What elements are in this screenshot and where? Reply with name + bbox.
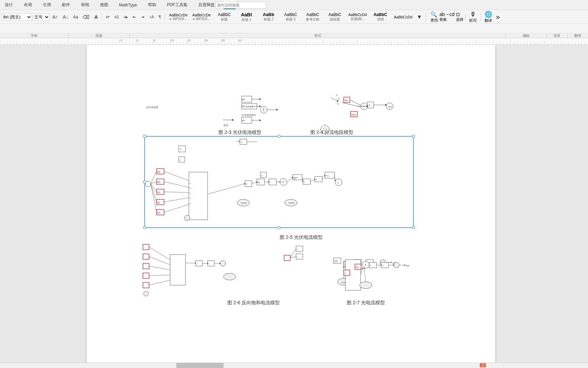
- svg-point-306: [220, 261, 226, 266]
- menu-view[interactable]: 视图: [98, 1, 110, 9]
- page: 反向电池源 ph PV current 分流电路模块 sh 电流: [87, 45, 495, 368]
- svg-rect-296: [143, 263, 149, 269]
- section-labels-row: 字体 段落 样式 编辑 语音 翻译: [0, 33, 588, 38]
- svg-text:×: ×: [246, 183, 248, 186]
- svg-text:|41: |41: [239, 39, 242, 42]
- svg-text:+: +: [370, 264, 372, 267]
- scroll-thumb[interactable]: [176, 363, 223, 368]
- para-mark-btn[interactable]: ¶: [157, 14, 163, 20]
- svg-text:|-5: |-5: [119, 39, 122, 42]
- style-reference[interactable]: AaBbC 参考文献: [302, 11, 324, 24]
- style-firstline[interactable]: AaBbCcDd 首通(网...: [346, 11, 369, 24]
- more-btn[interactable]: »: [495, 13, 501, 21]
- bottom-scrollbar[interactable]: 2: [0, 363, 588, 368]
- style-wps[interactable]: AaBbCcDe ▸ WPSOf...: [190, 11, 213, 24]
- svg-text:○: ○: [186, 217, 187, 220]
- svg-text:e/f: e/f: [257, 181, 260, 184]
- menu-design[interactable]: 设计: [3, 1, 15, 9]
- svg-text:1: 1: [337, 181, 339, 184]
- menu-pdf[interactable]: PDF工具集: [165, 1, 190, 9]
- svg-text:Rs: Rs: [157, 181, 160, 184]
- style-heading[interactable]: AaBbC 标题: [213, 11, 235, 24]
- svg-point-217: [143, 135, 146, 138]
- menu-reference[interactable]: 引用: [41, 1, 53, 9]
- svg-line-277: [164, 182, 189, 187]
- select-btn[interactable]: ⊡ 选择: [456, 12, 463, 22]
- font-name-selector[interactable]: ibri (西文): [1, 13, 32, 21]
- styles-expand-btn[interactable]: ▼: [415, 13, 424, 21]
- menu-review[interactable]: 审阅: [79, 1, 91, 9]
- svg-text:2: 2: [338, 97, 340, 100]
- svg-text:Rs: Rs: [157, 211, 160, 214]
- separator4: [465, 13, 466, 21]
- svg-text:const: const: [241, 202, 247, 204]
- svg-text:+: +: [369, 103, 371, 107]
- svg-text:×: ×: [282, 180, 284, 184]
- font-grow-btn[interactable]: A↑: [50, 13, 60, 21]
- sort-btn[interactable]: ↕A: [147, 14, 156, 20]
- svg-text:Ish: Ish: [388, 105, 392, 108]
- style-subtitle[interactable]: AaBbC 副标题: [324, 11, 346, 24]
- style-heading3[interactable]: AaBbC 标题 3: [280, 11, 302, 24]
- svg-text:Rs: Rs: [157, 201, 160, 204]
- section-voice: 语音: [547, 33, 567, 38]
- doc-area: 反向电池源 ph PV current 分流电路模块 sh 电流: [0, 45, 588, 368]
- diagram-svg: 反向电池源 ph PV current 分流电路模块 sh 电流: [87, 45, 495, 368]
- menu-baidu[interactable]: 百度网盘: [196, 1, 217, 9]
- indent-inc-btn[interactable]: ⇥: [139, 14, 146, 20]
- find-btn[interactable]: 🔍 查找: [430, 11, 438, 23]
- font-shrink-btn[interactable]: A↓: [61, 13, 70, 21]
- svg-text:÷: ÷: [297, 256, 298, 258]
- svg-text:Rsh: Rsh: [351, 113, 356, 116]
- svg-text:|1: |1: [136, 39, 138, 42]
- styles-row: AaBbCcDe ▸ WPSOf... AaBbCcDe ▸ WPSOf... …: [167, 10, 424, 24]
- font-style-A[interactable]: A: [92, 13, 100, 21]
- svg-text:|15: |15: [170, 39, 174, 42]
- fig2-6-label: 图 2-6 反向饱和电流模型: [216, 300, 291, 306]
- numbered-list-btn[interactable]: ≡1: [112, 14, 121, 20]
- svg-text:Rs: Rs: [356, 266, 359, 269]
- svg-line-280: [164, 204, 189, 212]
- svg-text:|28: |28: [205, 39, 208, 42]
- svg-point-299: [144, 291, 148, 296]
- style-more[interactable]: AaBbCcDd: [391, 11, 414, 24]
- section-translate: 翻译: [568, 33, 588, 38]
- section-styles: 样式: [130, 33, 505, 38]
- translate-btn[interactable]: 🌐 翻译: [483, 11, 494, 23]
- svg-text:|35: |35: [222, 39, 225, 42]
- menu-mail[interactable]: 邮件: [60, 1, 72, 9]
- svg-text:×: ×: [190, 182, 191, 184]
- svg-line-309: [149, 266, 170, 270]
- font-size-selector[interactable]: 五号: [33, 13, 50, 21]
- indent-dec-btn[interactable]: ⇤: [131, 14, 138, 20]
- bullet-list-btn[interactable]: ≡•: [104, 14, 112, 20]
- svg-line-287: [310, 179, 315, 182]
- svg-point-332: [224, 273, 236, 280]
- svg-text:sh: sh: [242, 119, 245, 122]
- svg-rect-297: [143, 273, 149, 278]
- style-emphasis[interactable]: AaBbC 强调: [369, 11, 391, 24]
- style-heading1[interactable]: AaBt 标题 1: [235, 11, 258, 24]
- svg-line-330: [290, 249, 296, 258]
- svg-text:÷: ÷: [297, 248, 298, 250]
- clear-format-btn[interactable]: ⌫: [81, 13, 92, 21]
- search-input[interactable]: [215, 2, 266, 9]
- page-indicator: 2: [480, 363, 486, 368]
- style-heading2[interactable]: AaBb 标题 2: [258, 11, 280, 24]
- svg-line-288: [322, 175, 325, 179]
- svg-line-210: [350, 100, 361, 105]
- svg-line-310: [149, 275, 170, 276]
- menu-mathtype[interactable]: MathType: [117, 2, 139, 9]
- svg-text:2: 2: [336, 94, 338, 97]
- svg-text:电流: 电流: [224, 124, 228, 126]
- replace-btn[interactable]: ab→cd 替换: [439, 12, 454, 22]
- menu-help[interactable]: 帮助: [146, 1, 158, 9]
- separator3: [426, 13, 426, 21]
- case-btn[interactable]: Aa: [71, 14, 80, 20]
- menu-layout[interactable]: 布局: [22, 1, 34, 9]
- page-num[interactable]: 2: [480, 363, 486, 367]
- style-normal[interactable]: AaBbCcDe ▸ WPSOf...: [167, 11, 190, 24]
- listen-btn[interactable]: 🎙 听写: [467, 11, 479, 23]
- svg-text:×: ×: [179, 158, 181, 162]
- multi-list-btn[interactable]: ≡▸: [121, 14, 130, 20]
